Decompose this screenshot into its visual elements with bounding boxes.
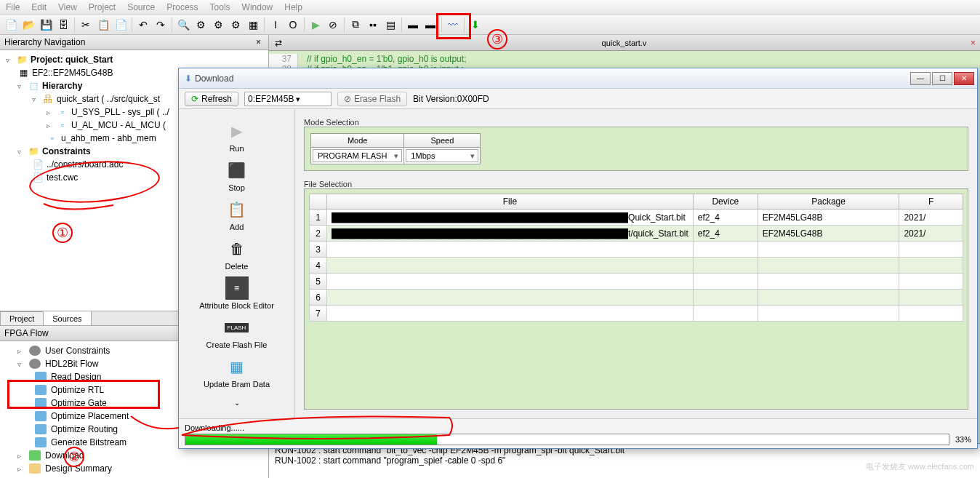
run-button[interactable]: ▶Run [224, 118, 250, 154]
on-icon[interactable]: I [268, 17, 284, 33]
hierarchy-header: Hierarchy Navigation × [0, 35, 268, 50]
mode-section-label: Mode Selection [304, 118, 968, 127]
table-row[interactable]: 3 [310, 242, 963, 258]
mode-combo[interactable]: PROGRAM FLASH [313, 149, 402, 162]
file-col-header[interactable]: File [327, 194, 694, 210]
flow-design-summary[interactable]: ▹Design Summary [3, 462, 265, 475]
menu-window[interactable]: Window [242, 2, 273, 12]
table-row[interactable]: 6 [310, 290, 963, 306]
chip-icon[interactable]: ▬ [405, 17, 421, 33]
project-node[interactable]: ▿📁 Project: quick_Start [3, 53, 265, 66]
undo-icon[interactable]: ↶ [135, 17, 151, 33]
run-icon[interactable]: ▶ [308, 17, 324, 33]
menubar: File Edit View Project Source Process To… [0, 0, 980, 15]
bit-version-label: Bit Version:0X00FD [413, 94, 489, 104]
refresh-button[interactable]: ⟳Refresh [185, 92, 238, 106]
dialog-titlebar[interactable]: ⬇ Download — ☐ ✕ [179, 68, 977, 89]
device-col-header[interactable]: Device [693, 194, 758, 210]
progress-bar [185, 434, 949, 445]
copy-icon[interactable]: 📋 [95, 17, 111, 33]
menu-help[interactable]: Help [284, 2, 302, 12]
mode-header: Mode [311, 134, 404, 148]
download-dialog: ⬇ Download — ☐ ✕ ⟳Refresh 0:EF2M45B ▾ ⊘E… [178, 68, 978, 449]
code-text: // if gpio_h0_en = 1'b0, gpio_h0 is outp… [298, 54, 466, 64]
attr-editor-button[interactable]: ≡Attribute Block Editor [198, 275, 276, 311]
table-row[interactable]: 1███████████████████████████████████████… [310, 210, 963, 226]
package-col-header[interactable]: Package [758, 194, 899, 210]
off-icon[interactable]: O [285, 17, 301, 33]
add-button[interactable]: 📋Add [224, 196, 250, 233]
dialog-icon: ⬇ [185, 73, 192, 84]
stop-icon[interactable]: ⊘ [325, 17, 341, 33]
progress-area: Downloading...... 33% [179, 418, 977, 448]
watermark: 电子发烧友 www.elecfans.com [866, 461, 974, 472]
menu-source[interactable]: Source [127, 2, 155, 12]
editor-close-icon[interactable]: × [966, 38, 980, 48]
saveall-icon[interactable]: 🗄 [55, 17, 71, 33]
menu-process[interactable]: Process [166, 2, 198, 12]
table-row[interactable]: 7 [310, 306, 963, 322]
grid-icon[interactable]: ▤ [382, 17, 398, 33]
tool3-icon[interactable]: ⚙ [228, 17, 244, 33]
dialog-actions: ▶Run ⬛Stop 📋Add 🗑Delete ≡Attribute Block… [179, 109, 295, 418]
editor-toggle-icon[interactable]: ⇄ [275, 38, 282, 48]
close-button[interactable]: ✕ [954, 72, 974, 85]
editor-filename: quick_start.v [282, 39, 966, 47]
new-icon[interactable]: 📄 [3, 17, 19, 33]
progress-percent: 33% [955, 435, 971, 444]
file-section-label: File Selection [304, 180, 968, 188]
main-toolbar: 📄 📂 💾 🗄 ✂ 📋 📄 ↶ ↷ 🔍 ⚙ ⚙ ⚙ ▦ I O ▶ ⊘ ⧉ ▪▪… [0, 15, 980, 35]
tab-project[interactable]: Project [0, 311, 44, 325]
search-icon[interactable]: 🔍 [175, 17, 191, 33]
mode-table: ModeSpeed PROGRAM FLASH 1Mbps [310, 133, 481, 164]
table-row[interactable]: 5 [310, 274, 963, 290]
minimize-button[interactable]: — [910, 72, 931, 85]
menu-view[interactable]: View [58, 2, 77, 12]
cut-icon[interactable]: ✂ [78, 17, 94, 33]
update-bram-button[interactable]: ▦Update Bram Data [202, 354, 271, 390]
menu-edit[interactable]: Edit [31, 2, 47, 12]
open-icon[interactable]: 📂 [20, 17, 36, 33]
flow-title: FPGA Flow [4, 328, 49, 338]
paste-icon[interactable]: 📄 [113, 17, 129, 33]
stop-button[interactable]: ⬛Stop [224, 157, 250, 194]
wave-icon[interactable]: 〰 [445, 17, 461, 33]
tool2-icon[interactable]: ⚙ [210, 17, 226, 33]
file-table: File Device Package F 1█████████████████… [309, 194, 963, 322]
create-flash-button[interactable]: FLASHCreate Flash File [205, 314, 269, 351]
dialog-toolbar: ⟳Refresh 0:EF2M45B ▾ ⊘Erase Flash Bit Ve… [179, 89, 977, 109]
erase-flash-button[interactable]: ⊘Erase Flash [337, 92, 407, 106]
dialog-title: Download [195, 73, 910, 84]
close-icon[interactable]: × [253, 37, 264, 47]
table-row[interactable]: 4 [310, 258, 963, 274]
speed-combo[interactable]: 1Mbps [406, 149, 478, 162]
dual-icon[interactable]: ⧉ [348, 17, 364, 33]
save-icon[interactable]: 💾 [38, 17, 54, 33]
table-row[interactable]: 2███████████████████████████████████████… [310, 226, 963, 242]
delete-button[interactable]: 🗑Delete [224, 236, 250, 272]
device-select[interactable]: 0:EF2M45B ▾ [244, 92, 332, 106]
bars-icon[interactable]: ▪▪ [365, 17, 381, 33]
menu-tools[interactable]: Tools [210, 2, 230, 12]
chip2-icon[interactable]: ▬ [422, 17, 438, 33]
redo-icon[interactable]: ↷ [153, 17, 169, 33]
tool-icon[interactable]: ⚙ [193, 17, 209, 33]
hierarchy-title: Hierarchy Navigation [4, 37, 85, 47]
progress-label: Downloading...... [185, 422, 971, 434]
download-icon[interactable]: ⬇ [467, 17, 483, 33]
tab-sources[interactable]: Sources [43, 311, 91, 325]
tool4-icon[interactable]: ▦ [245, 17, 261, 33]
menu-file[interactable]: File [6, 2, 20, 12]
menu-project[interactable]: Project [89, 2, 116, 12]
flow-download[interactable]: ▹Download [3, 449, 265, 462]
speed-header: Speed [404, 134, 481, 148]
f-col-header[interactable]: F [899, 194, 963, 210]
maximize-button[interactable]: ☐ [932, 72, 952, 85]
line-number: 37 [269, 54, 298, 64]
